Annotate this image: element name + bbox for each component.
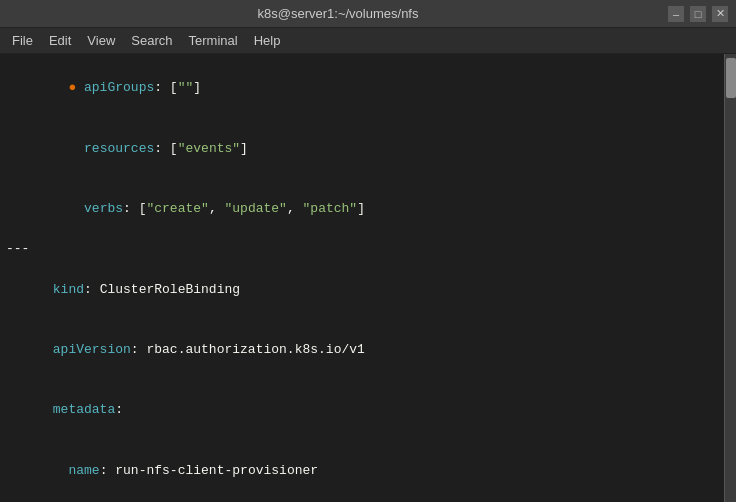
minimize-button[interactable]: – [668,6,684,22]
terminal[interactable]: ● apiGroups: [""] resources: ["events"] … [0,54,736,502]
scrollbar-thumb[interactable] [726,58,736,98]
list-item: verbs: ["create", "update", "patch"] [6,179,718,239]
terminal-content: ● apiGroups: [""] resources: ["events"] … [0,54,724,502]
menu-edit[interactable]: Edit [41,31,79,50]
list-item: ● apiGroups: [""] [6,58,718,118]
window-title: k8s@server1:~/volumes/nfs [8,6,668,21]
menu-help[interactable]: Help [246,31,289,50]
list-item: apiVersion: rbac.authorization.k8s.io/v1 [6,320,718,380]
list-item: resources: ["events"] [6,118,718,178]
window-buttons[interactable]: – □ ✕ [668,6,728,22]
maximize-button[interactable]: □ [690,6,706,22]
menu-bar: File Edit View Search Terminal Help [0,28,736,54]
close-button[interactable]: ✕ [712,6,728,22]
menu-file[interactable]: File [4,31,41,50]
list-item: name: run-nfs-client-provisioner [6,441,718,501]
list-item: kind: ClusterRoleBinding [6,259,718,319]
scrollbar[interactable] [724,54,736,502]
menu-view[interactable]: View [79,31,123,50]
menu-terminal[interactable]: Terminal [181,31,246,50]
list-item: --- [6,239,718,259]
list-item: metadata: [6,380,718,440]
title-bar: k8s@server1:~/volumes/nfs – □ ✕ [0,0,736,28]
menu-search[interactable]: Search [123,31,180,50]
